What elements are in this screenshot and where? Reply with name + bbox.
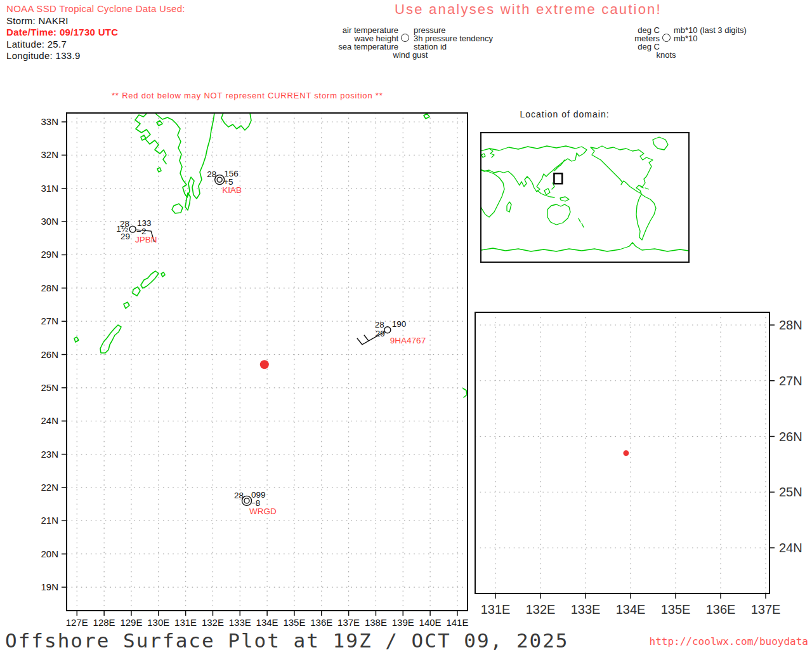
lat-tick-label: 27N bbox=[41, 315, 58, 326]
lat-tick-label: 23N bbox=[41, 449, 58, 460]
lon-tick-label: 127E bbox=[66, 617, 88, 628]
station-id-label: 9HA4767 bbox=[390, 336, 426, 345]
coastline bbox=[591, 146, 653, 194]
lat-tick-label: 22N bbox=[41, 482, 58, 493]
station-plot-9HA4767: 28190299HA4767 bbox=[357, 319, 426, 345]
plot-title: Offshore Surface Plot at 19Z / OCT 09, 2… bbox=[5, 629, 569, 650]
zoom-map-canvas: 131E132E133E134E135E136E137E28N27N26N25N… bbox=[469, 307, 812, 632]
coastline bbox=[636, 194, 656, 240]
lat-tick-label: 33N bbox=[41, 116, 58, 127]
coastline bbox=[157, 168, 161, 172]
world-map-canvas bbox=[480, 132, 690, 263]
coastline bbox=[172, 204, 183, 213]
legend-sea-temperature: sea temperature bbox=[304, 43, 398, 51]
zoom-map-grid bbox=[475, 312, 769, 594]
lat-tick-label: 24N bbox=[41, 415, 58, 426]
station-id-label: JPBN bbox=[135, 235, 157, 244]
coastline bbox=[653, 137, 668, 150]
lon-tick-label: 133E bbox=[229, 617, 251, 628]
storm-name-line: Storm: NAKRI bbox=[6, 15, 185, 27]
station-air-temp: 28 bbox=[234, 491, 244, 500]
latitude-line: Latitude: 25.7 bbox=[6, 39, 185, 51]
station-id-label: WRGD bbox=[249, 507, 277, 516]
coastline bbox=[141, 271, 159, 288]
lon-tick-label: 131E bbox=[481, 602, 511, 616]
coastline bbox=[582, 223, 584, 227]
coastline bbox=[124, 302, 129, 308]
lat-tick-label: 32N bbox=[41, 149, 58, 160]
coastline bbox=[544, 189, 550, 195]
coastline bbox=[133, 287, 140, 296]
main-map-axis-labels: 127E128E129E130E131E132E133E134E135E136E… bbox=[41, 116, 468, 628]
station-sea-temp: 29 bbox=[121, 232, 130, 241]
lat-tick-label: 29N bbox=[41, 249, 58, 260]
lat-tick-label: 21N bbox=[41, 515, 58, 526]
coastline bbox=[481, 154, 485, 157]
station-circle-icon bbox=[401, 34, 409, 42]
lon-tick-label: 136E bbox=[706, 602, 736, 616]
storm-info-block: NOAA SSD Tropical Cyclone Data Used: Sto… bbox=[6, 3, 185, 62]
station-circle-icon bbox=[662, 34, 671, 42]
lat-tick-label: 26N bbox=[41, 349, 58, 360]
lon-tick-label: 130E bbox=[147, 617, 169, 628]
lon-tick-label: 137E bbox=[337, 617, 360, 628]
station-plot-JPBN: 28133−21½29JPBN bbox=[116, 218, 157, 244]
lat-tick-label: 19N bbox=[41, 581, 58, 592]
lon-tick-label: 134E bbox=[256, 617, 278, 628]
lon-tick-label: 138E bbox=[365, 617, 387, 628]
station-air-temp: 28 bbox=[207, 169, 216, 179]
lon-tick-label: 135E bbox=[661, 602, 691, 616]
coastline bbox=[463, 388, 467, 397]
coastline bbox=[645, 188, 648, 189]
coastline bbox=[424, 114, 429, 119]
lon-tick-label: 141E bbox=[446, 617, 468, 628]
coastline bbox=[480, 146, 587, 192]
coastline bbox=[155, 113, 214, 199]
main-map: 127E128E129E130E131E132E133E134E135E136E… bbox=[25, 108, 476, 641]
lon-tick-label: 137E bbox=[751, 602, 781, 616]
unit-mb10: mb*10 bbox=[674, 34, 698, 43]
lat-tick-label: 25N bbox=[41, 382, 58, 393]
coastline bbox=[560, 197, 569, 201]
units-legend: deg C meters deg C mb*10 (last 3 digits)… bbox=[625, 25, 790, 62]
coastline bbox=[100, 325, 121, 353]
longitude-line: Longitude: 133.9 bbox=[6, 50, 185, 62]
station-sea-temp: 29 bbox=[376, 329, 385, 338]
lon-tick-label: 139E bbox=[392, 617, 414, 628]
coastline bbox=[489, 149, 494, 157]
inset-title: Location of domain: bbox=[473, 109, 657, 119]
world-coastlines bbox=[480, 137, 688, 251]
unit-deg-c-sea: deg C bbox=[625, 43, 660, 51]
legend-wind-gust: wind gust bbox=[376, 51, 445, 59]
station-plot-WRGD: 28099−8WRGD bbox=[234, 490, 277, 516]
lat-tick-label: 26N bbox=[779, 430, 802, 444]
lat-tick-label: 31N bbox=[41, 183, 58, 194]
zoom-map-axis-labels: 131E132E133E134E135E136E137E28N27N26N25N… bbox=[481, 318, 802, 616]
zoom-map-frame bbox=[475, 312, 769, 594]
lat-tick-label: 27N bbox=[779, 374, 802, 388]
main-map-coastlines bbox=[74, 113, 467, 397]
lon-tick-label: 133E bbox=[571, 602, 601, 616]
coastline bbox=[579, 218, 580, 222]
storm-dot bbox=[260, 360, 269, 369]
coastline bbox=[480, 170, 504, 217]
coastline bbox=[507, 202, 511, 212]
station-plot-KIAB: 28156+5KIAB bbox=[207, 169, 242, 195]
lon-tick-label: 136E bbox=[310, 617, 332, 628]
lat-tick-label: 28N bbox=[41, 282, 58, 293]
world-inset-map bbox=[480, 132, 690, 263]
source-url: http://coolwx.com/buoydata bbox=[650, 635, 808, 647]
main-map-canvas: 127E128E129E130E131E132E133E134E135E136E… bbox=[25, 108, 476, 641]
station-id-label: KIAB bbox=[222, 185, 242, 195]
coastline bbox=[481, 242, 688, 251]
lat-tick-label: 20N bbox=[41, 548, 58, 559]
lat-tick-label: 30N bbox=[41, 216, 58, 227]
coastline bbox=[157, 121, 162, 126]
zoom-map: 131E132E133E134E135E136E137E28N27N26N25N… bbox=[469, 307, 812, 632]
lat-tick-label: 24N bbox=[779, 541, 802, 555]
offshore-surface-plot-page: NOAA SSD Tropical Cyclone Data Used: Sto… bbox=[0, 0, 812, 650]
lon-tick-label: 135E bbox=[283, 617, 305, 628]
lon-tick-label: 134E bbox=[616, 602, 646, 616]
coastline bbox=[161, 272, 165, 277]
storm-dot bbox=[623, 450, 629, 456]
